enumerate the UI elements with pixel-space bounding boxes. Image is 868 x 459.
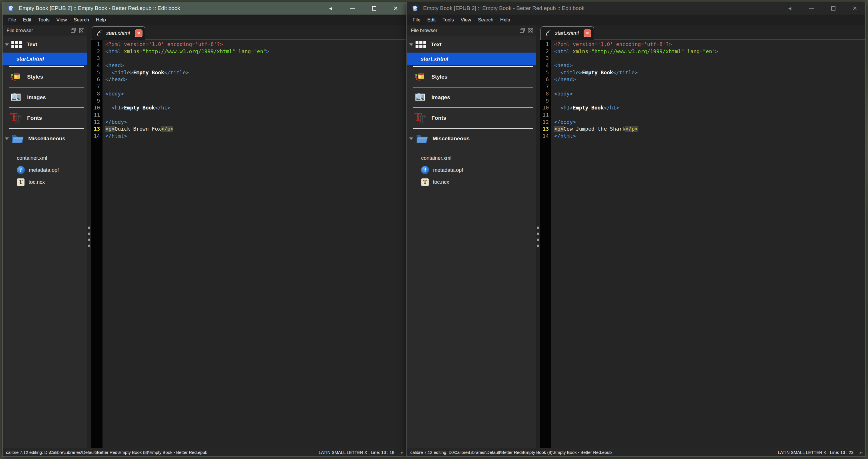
code-line: <head> — [105, 62, 406, 69]
titlebar[interactable]: Empty Book [EPUB 2] :: Empty Book - Bett… — [407, 2, 865, 15]
window-title: Empty Book [EPUB 2] :: Empty Book - Bett… — [19, 5, 323, 11]
category-styles[interactable]: Styles — [3, 68, 87, 86]
tree-item-metadata-opf[interactable]: i metadata.opf — [407, 164, 536, 176]
menu-search[interactable]: Search — [474, 16, 497, 24]
collapse-arrow-icon[interactable] — [409, 44, 413, 46]
back-button[interactable]: ◀ — [786, 5, 793, 11]
code-line — [105, 55, 406, 62]
close-dock-icon[interactable] — [527, 27, 534, 34]
line-number: 13 — [540, 125, 549, 133]
titlebar[interactable]: Empty Book [EPUB 2] :: Empty Book - Bett… — [3, 2, 406, 15]
minimize-button[interactable] — [808, 5, 815, 11]
images-photo-icon — [414, 91, 427, 104]
code-line: <title>Empty Book</title> — [554, 69, 865, 76]
tree-item-toc-ncx[interactable]: T toc.ncx — [3, 176, 87, 188]
line-number: 7 — [91, 83, 100, 90]
maximize-button[interactable] — [371, 5, 377, 11]
line-number-gutter: 1234567891011121314 — [540, 40, 551, 448]
code-line: <title>Empty Book</title> — [105, 69, 406, 76]
splitter-handle-icon — [537, 227, 539, 247]
code-line: </body> — [105, 119, 406, 126]
line-number: 4 — [540, 62, 549, 69]
category-miscellaneous[interactable]: Miscellaneous — [3, 130, 87, 147]
category-styles[interactable]: Styles — [407, 68, 536, 86]
maximize-button[interactable] — [830, 5, 836, 11]
menu-help[interactable]: Help — [497, 16, 514, 24]
category-images[interactable]: Images — [3, 89, 87, 106]
tree-item-toc-ncx[interactable]: T toc.ncx — [407, 176, 536, 188]
category-text[interactable]: Text — [3, 39, 87, 50]
menu-tools[interactable]: Tools — [35, 16, 53, 24]
line-number: 5 — [540, 69, 549, 76]
float-dock-icon[interactable] — [70, 27, 76, 34]
line-number: 13 — [91, 125, 100, 133]
float-dock-icon[interactable] — [519, 27, 525, 34]
menu-edit[interactable]: Edit — [20, 16, 35, 24]
panel-splitter[interactable] — [536, 25, 540, 448]
close-button[interactable]: ✕ — [393, 5, 399, 11]
close-dock-icon[interactable] — [79, 27, 85, 34]
menu-file[interactable]: File — [5, 16, 20, 24]
tree-item-container-xml[interactable]: container.xml — [3, 152, 87, 164]
tab-start-xhtml[interactable]: start.xhtml ✕ — [540, 26, 594, 40]
file-browser-panel: File browser Text start.xhtml Styles — [407, 25, 536, 448]
tab-close-button[interactable]: ✕ — [584, 29, 591, 37]
tree-item-container-xml[interactable]: container.xml — [407, 152, 536, 164]
category-images[interactable]: Images — [407, 89, 536, 106]
menu-edit[interactable]: Edit — [424, 16, 439, 24]
code-line: <h1>Empty Book</h1> — [105, 104, 406, 112]
panel-splitter[interactable] — [87, 25, 91, 448]
code-line: </html> — [105, 133, 406, 140]
menu-view[interactable]: View — [53, 16, 70, 24]
line-number: 14 — [91, 133, 100, 140]
line-number: 10 — [91, 104, 100, 112]
code-line — [554, 112, 865, 119]
tree-item-start-xhtml[interactable]: start.xhtml — [3, 53, 87, 65]
collapse-arrow-icon[interactable] — [5, 44, 9, 46]
tree-item-start-xhtml[interactable]: start.xhtml — [407, 53, 536, 65]
code-editor[interactable]: 1234567891011121314 <?xml version='1.0' … — [91, 40, 406, 448]
tree-item-metadata-opf[interactable]: i metadata.opf — [3, 164, 87, 176]
collapse-arrow-icon[interactable] — [409, 138, 413, 140]
code-line: <?xml version='1.0' encoding='utf-8'?> — [105, 41, 406, 48]
menu-view[interactable]: View — [457, 16, 474, 24]
source-code[interactable]: <?xml version='1.0' encoding='utf-8'?><h… — [551, 40, 865, 448]
line-number: 9 — [91, 97, 100, 105]
category-fonts[interactable]: T T Fonts — [3, 109, 87, 127]
menu-tools[interactable]: Tools — [439, 16, 457, 24]
code-editor[interactable]: 1234567891011121314 <?xml version='1.0' … — [540, 40, 865, 448]
separator — [413, 87, 533, 87]
line-number: 6 — [540, 76, 549, 83]
back-button[interactable]: ◀ — [328, 5, 334, 11]
menu-help[interactable]: Help — [93, 16, 110, 24]
category-text[interactable]: Text — [407, 39, 536, 50]
line-number: 14 — [540, 133, 549, 140]
line-number: 12 — [540, 119, 549, 126]
tab-close-button[interactable]: ✕ — [135, 29, 143, 37]
line-number: 10 — [540, 104, 549, 112]
collapse-arrow-icon[interactable] — [5, 138, 9, 140]
source-code[interactable]: <?xml version='1.0' encoding='utf-8'?><h… — [102, 40, 406, 448]
status-file-path: calibre 7.12 editing: D:\Calibre\Librari… — [410, 450, 778, 455]
styles-paintcan-icon — [10, 70, 23, 83]
close-button[interactable]: ✕ — [852, 5, 858, 11]
code-line: <html xmlns="http://www.w3.org/1999/xhtm… — [105, 48, 406, 55]
resize-grip[interactable] — [399, 450, 404, 455]
minimize-button[interactable] — [349, 5, 355, 11]
code-line: </html> — [554, 133, 865, 140]
menu-search[interactable]: Search — [70, 16, 93, 24]
tab-bar: start.xhtml ✕ — [540, 25, 865, 40]
category-miscellaneous[interactable]: Miscellaneous — [407, 130, 536, 147]
menu-file[interactable]: File — [409, 16, 424, 24]
category-fonts[interactable]: T T Fonts — [407, 109, 536, 127]
editor-panel: start.xhtml ✕ 1234567891011121314 <?xml … — [540, 25, 865, 448]
status-bar: calibre 7.12 editing: D:\Calibre\Librari… — [3, 448, 406, 456]
file-browser-tree: Text start.xhtml Styles Images — [3, 36, 87, 448]
resize-grip[interactable] — [858, 450, 863, 455]
code-line: <body> — [554, 90, 865, 97]
window-title: Empty Book [EPUB 2] :: Empty Book - Bett… — [423, 5, 783, 11]
info-icon: i — [421, 166, 429, 174]
code-line — [105, 112, 406, 119]
tab-start-xhtml[interactable]: start.xhtml ✕ — [92, 26, 145, 40]
line-number: 8 — [91, 90, 100, 97]
